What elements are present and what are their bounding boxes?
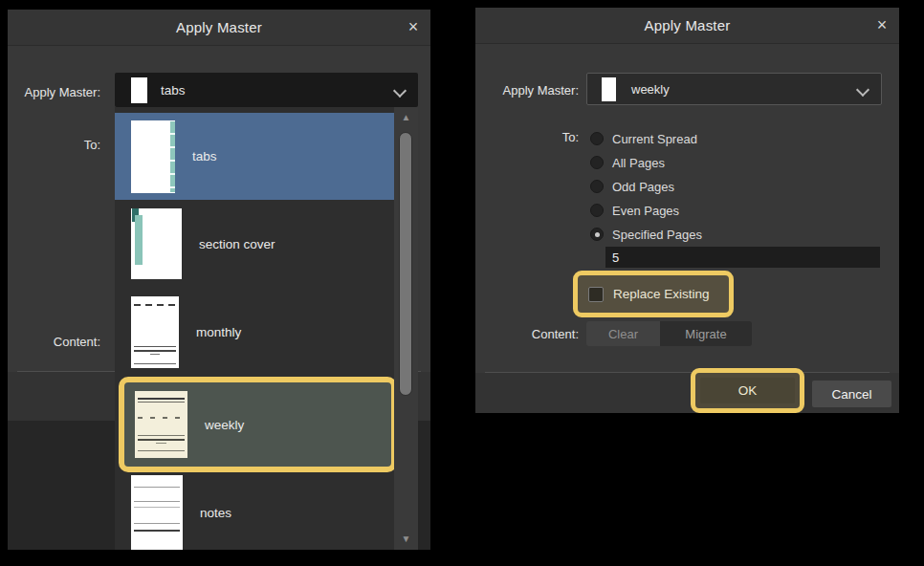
clear-button[interactable]: Clear (586, 321, 660, 346)
replace-existing-label: Replace Existing (613, 287, 710, 301)
apply-master-label: Apply Master: (475, 83, 579, 98)
replace-existing-checkbox[interactable] (588, 287, 604, 302)
section-cover-thumbnail-icon (131, 208, 182, 279)
tabs-thumbnail-icon (131, 120, 175, 193)
radio-even-pages[interactable]: Even Pages (590, 201, 679, 220)
dialog-title: Apply Master (176, 19, 262, 35)
radio-specified-pages[interactable]: Specified Pages (590, 225, 702, 244)
list-item-section-cover[interactable]: section cover (115, 200, 394, 288)
screenshot-stage: Apply Master × Apply Master: tabs To: Co… (0, 0, 924, 566)
radio-all-pages[interactable]: All Pages (590, 153, 665, 172)
list-item-notes[interactable]: notes (115, 475, 394, 550)
radio-label: Odd Pages (612, 180, 674, 194)
radio-label: Even Pages (612, 204, 679, 218)
master-dropdown-value: weekly (631, 82, 670, 97)
list-item-label: notes (200, 506, 231, 520)
master-page-thumbnail-icon (131, 77, 147, 103)
radio-icon[interactable] (590, 180, 604, 193)
master-page-thumbnail-icon (602, 77, 616, 101)
monthly-thumbnail-icon (131, 296, 179, 368)
annotation-box-replace-existing: Replace Existing (573, 271, 734, 317)
radio-current-spread[interactable]: Current Spread (590, 129, 697, 148)
scrollbar-thumb[interactable] (399, 132, 412, 396)
radio-label: All Pages (612, 156, 665, 170)
radio-icon[interactable] (590, 204, 604, 217)
ok-button[interactable]: OK (700, 378, 795, 403)
radio-label: Current Spread (612, 132, 697, 146)
scroll-up-icon[interactable]: ▲ (394, 112, 418, 122)
annotation-box-ok: OK (691, 368, 804, 413)
notes-thumbnail-icon (131, 475, 183, 550)
content-label: Content: (8, 335, 100, 349)
content-segmented-control: Clear Migrate (586, 321, 752, 346)
master-list-popup: tabs section cover monthly weekly (115, 107, 418, 550)
chevron-down-icon (393, 84, 407, 98)
list-item-weekly[interactable]: weekly (119, 377, 397, 472)
cancel-button[interactable]: Cancel (812, 381, 891, 407)
list-item-label: tabs (192, 149, 217, 163)
close-icon[interactable]: × (396, 10, 430, 45)
dialog-titlebar[interactable]: Apply Master × (8, 10, 430, 46)
weekly-thumbnail-icon (135, 391, 187, 458)
content-label: Content: (475, 327, 579, 341)
list-item-label: section cover (199, 237, 275, 251)
apply-master-dialog-right: Apply Master × Apply Master: weekly To: … (475, 8, 899, 413)
popup-scrollbar[interactable]: ▲ ▼ (394, 107, 418, 550)
dialog-title: Apply Master (645, 17, 731, 33)
migrate-button[interactable]: Migrate (660, 321, 752, 346)
specified-pages-input[interactable] (605, 247, 880, 268)
master-dropdown[interactable]: tabs (115, 73, 418, 107)
radio-odd-pages[interactable]: Odd Pages (590, 177, 674, 196)
dialog-titlebar[interactable]: Apply Master × (475, 8, 899, 44)
apply-master-label: Apply Master: (8, 85, 100, 99)
master-dropdown-value: tabs (161, 83, 186, 98)
to-label: To: (8, 138, 100, 152)
scroll-down-icon[interactable]: ▼ (394, 533, 418, 544)
list-item-monthly[interactable]: monthly (115, 289, 394, 376)
radio-label: Specified Pages (612, 228, 702, 242)
list-item-label: monthly (196, 325, 241, 339)
to-label: To: (475, 130, 579, 144)
chevron-down-icon (856, 83, 869, 97)
list-item-label: weekly (205, 418, 244, 432)
master-dropdown[interactable]: weekly (586, 73, 882, 105)
list-item-tabs[interactable]: tabs (115, 113, 394, 200)
close-icon[interactable]: × (865, 8, 899, 43)
radio-selected-icon[interactable] (590, 228, 604, 241)
radio-icon[interactable] (590, 132, 604, 145)
radio-icon[interactable] (590, 156, 604, 169)
